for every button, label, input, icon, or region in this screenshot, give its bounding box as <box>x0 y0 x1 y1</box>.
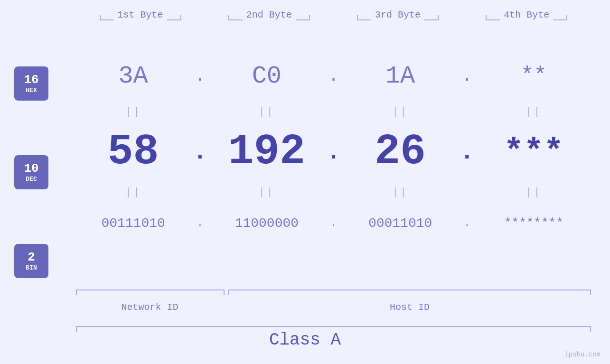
eq-4: || <box>477 106 591 118</box>
bin-dot-1: . <box>190 217 209 229</box>
byte-header-3: 3rd Byte <box>334 9 462 20</box>
byte-header-2: 2nd Byte <box>205 9 333 20</box>
host-bracket-line <box>228 289 591 290</box>
dec-dot-1: . <box>190 139 209 166</box>
bin-dot-2: . <box>324 217 343 229</box>
bin-byte-2: 11000000 <box>209 216 324 231</box>
eq2-3: || <box>343 187 458 198</box>
byte-header-4: 4th Byte <box>462 9 591 20</box>
class-label: Class A <box>0 330 610 350</box>
bin-dot-3: . <box>458 217 477 229</box>
eq-3: || <box>343 106 458 118</box>
dec-dot-3: . <box>458 139 477 166</box>
network-bracket-line <box>76 289 224 290</box>
eq-1: || <box>76 106 190 118</box>
bin-byte-3: 00011010 <box>343 216 458 231</box>
base-badges: 16 HEX 10 DEC 2 BIN <box>14 66 48 278</box>
watermark: ipshu.com <box>564 351 601 358</box>
dec-dot-2: . <box>324 139 343 166</box>
hex-byte-3: 1A <box>343 62 458 90</box>
hex-dot-2: . <box>324 66 343 86</box>
dec-byte-1: 58 <box>76 128 190 176</box>
hex-dot-3: . <box>458 66 477 86</box>
hex-badge: 16 HEX <box>14 66 48 101</box>
dec-byte-2: 192 <box>209 128 324 176</box>
byte-header-1: 1st Byte <box>76 9 205 20</box>
equals-row-2: || || || || <box>76 183 591 202</box>
class-bracket-line <box>76 326 591 327</box>
hex-row: 3A . C0 . 1A . ** <box>76 50 591 102</box>
equals-row-1: || || || || <box>76 102 591 121</box>
network-bracket-left-tick <box>76 289 77 295</box>
main-container: 1st Byte 2nd Byte 3rd Byte 4th Byte <box>0 0 610 364</box>
hex-byte-1: 3A <box>76 62 190 90</box>
host-bracket-right-tick <box>590 289 591 295</box>
dec-byte-4: *** <box>477 133 591 171</box>
hex-byte-2: C0 <box>209 62 324 90</box>
eq2-2: || <box>209 187 324 198</box>
eq-2: || <box>209 106 324 118</box>
bin-badge: 2 BIN <box>14 244 48 278</box>
dec-row: 58 . 192 . 26 . *** <box>76 121 591 183</box>
dec-badge: 10 DEC <box>14 155 48 189</box>
eq2-4: || <box>477 187 591 198</box>
host-id-label: Host ID <box>228 302 591 313</box>
network-bracket-right-tick <box>224 289 225 295</box>
hex-byte-4: ** <box>477 64 591 88</box>
bin-byte-4: ******** <box>477 216 591 230</box>
network-id-label: Network ID <box>76 302 224 313</box>
host-bracket-left-tick <box>228 289 229 295</box>
bin-byte-1: 00111010 <box>76 216 190 231</box>
hex-dot-1: . <box>190 66 209 86</box>
eq2-1: || <box>76 187 190 198</box>
bin-row: 00111010 . 11000000 . 00011010 . *******… <box>76 202 591 244</box>
dec-byte-3: 26 <box>343 128 458 176</box>
byte-headers: 1st Byte 2nd Byte 3rd Byte 4th Byte <box>76 9 591 20</box>
